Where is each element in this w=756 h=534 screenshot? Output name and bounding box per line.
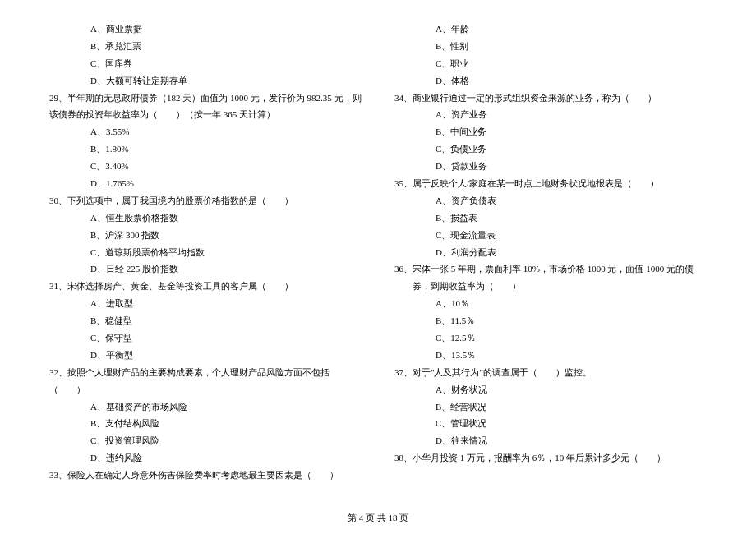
q31-option-c: C、保守型 bbox=[49, 329, 362, 347]
q31-option-d: D、平衡型 bbox=[49, 347, 362, 364]
page-footer: 第 4 页 共 18 页 bbox=[0, 512, 756, 524]
q28-option-d: D、大额可转让定期存单 bbox=[49, 72, 362, 90]
q32-option-d: D、违约风险 bbox=[49, 449, 362, 467]
q36-option-b: B、11.5％ bbox=[394, 312, 707, 329]
q31-option-a: A、进取型 bbox=[49, 295, 362, 312]
q29-option-b: B、1.80% bbox=[49, 140, 362, 158]
q36-option-c: C、12.5％ bbox=[394, 329, 707, 347]
q30-option-a: A、恒生股票价格指数 bbox=[49, 209, 362, 227]
q29-text: 29、半年期的无息政府债券（182 天）面值为 1000 元，发行价为 982.… bbox=[49, 90, 362, 124]
right-column: A、年龄 B、性别 C、职业 D、体格 34、商业银行通过一定的形式组织资金来源… bbox=[394, 21, 707, 484]
q28-option-b: B、承兑汇票 bbox=[49, 38, 362, 55]
q32-option-b: B、支付结构风险 bbox=[49, 415, 362, 432]
q32-option-c: C、投资管理风险 bbox=[49, 432, 362, 449]
q30-option-c: C、道琼斯股票价格平均指数 bbox=[49, 244, 362, 261]
q37-option-a: A、财务状况 bbox=[394, 381, 707, 398]
q35-option-b: B、损益表 bbox=[394, 209, 707, 227]
q34-text: 34、商业银行通过一定的形式组织资金来源的业务，称为（ ） bbox=[394, 90, 707, 107]
q30-text: 30、下列选项中，属于我国境内的股票价格指数的是（ ） bbox=[49, 192, 362, 209]
document-content: A、商业票据 B、承兑汇票 C、国库券 D、大额可转让定期存单 29、半年期的无… bbox=[49, 21, 707, 484]
q33-text: 33、保险人在确定人身意外伤害保险费率时考虑地最主要因素是（ ） bbox=[49, 467, 362, 484]
q32-option-a: A、基础资产的市场风险 bbox=[49, 398, 362, 416]
q31-option-b: B、稳健型 bbox=[49, 312, 362, 329]
q35-option-d: D、利润分配表 bbox=[394, 244, 707, 261]
q29-option-a: A、3.55% bbox=[49, 123, 362, 140]
q33-option-a: A、年龄 bbox=[394, 21, 707, 38]
q33-option-d: D、体格 bbox=[394, 72, 707, 90]
q36-option-d: D、13.5％ bbox=[394, 347, 707, 364]
q37-option-d: D、往来情况 bbox=[394, 432, 707, 449]
q37-option-c: C、管理状况 bbox=[394, 415, 707, 432]
q28-option-a: A、商业票据 bbox=[49, 21, 362, 38]
q37-option-b: B、经营状况 bbox=[394, 398, 707, 416]
q34-option-a: A、资产业务 bbox=[394, 106, 707, 123]
q30-option-b: B、沪深 300 指数 bbox=[49, 227, 362, 244]
q34-option-b: B、中间业务 bbox=[394, 123, 707, 140]
q30-option-d: D、日经 225 股价指数 bbox=[49, 260, 362, 278]
q33-option-b: B、性别 bbox=[394, 38, 707, 55]
q29-option-d: D、1.765% bbox=[49, 175, 362, 192]
q35-option-a: A、资产负债表 bbox=[394, 192, 707, 209]
q35-text: 35、属于反映个人/家庭在某一时点上地财务状况地报表是（ ） bbox=[394, 175, 707, 192]
q35-option-c: C、现金流量表 bbox=[394, 227, 707, 244]
q37-text: 37、对于"人及其行为"的调查属于（ ）监控。 bbox=[394, 364, 707, 381]
q29-option-c: C、3.40% bbox=[49, 158, 362, 175]
q34-option-d: D、贷款业务 bbox=[394, 158, 707, 175]
q34-option-c: C、负债业务 bbox=[394, 140, 707, 158]
q32-text: 32、按照个人理财产品的主要构成要素，个人理财产品风险方面不包括（ ） bbox=[49, 364, 362, 398]
q28-option-c: C、国库券 bbox=[49, 55, 362, 72]
q31-text: 31、宋体选择房产、黄金、基金等投资工具的客户属（ ） bbox=[49, 278, 362, 295]
q38-text: 38、小华月投资 1 万元，报酬率为 6％，10 年后累计多少元（ ） bbox=[394, 449, 707, 467]
q36-text: 36、宋体一张 5 年期，票面利率 10%，市场价格 1000 元，面值 100… bbox=[394, 260, 707, 295]
q36-option-a: A、10％ bbox=[394, 295, 707, 312]
left-column: A、商业票据 B、承兑汇票 C、国库券 D、大额可转让定期存单 29、半年期的无… bbox=[49, 21, 362, 484]
q33-option-c: C、职业 bbox=[394, 55, 707, 72]
